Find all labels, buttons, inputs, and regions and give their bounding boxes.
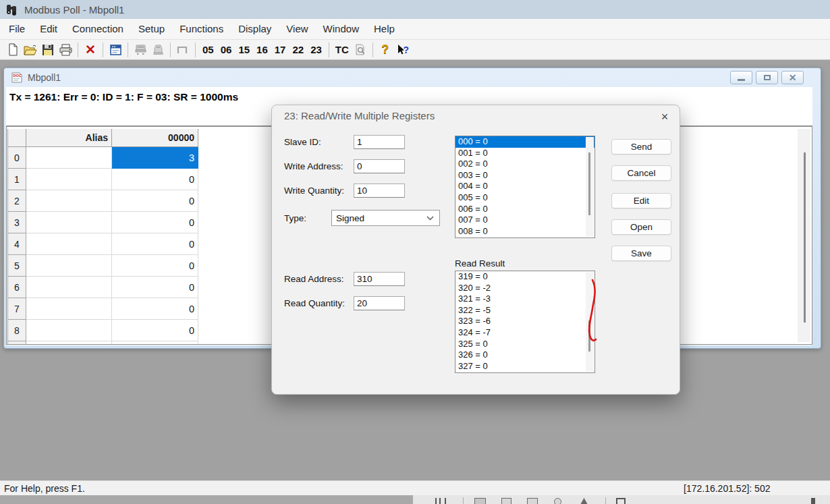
alias-cell-3[interactable]: [26, 212, 112, 233]
write-address-field[interactable]: 0: [354, 159, 405, 173]
list-item[interactable]: 003 = 0: [455, 170, 594, 181]
value-cell-0[interactable]: 3: [112, 147, 198, 169]
toolbar-fc-23[interactable]: 23: [307, 44, 325, 55]
slave-id-field[interactable]: 1: [354, 135, 405, 149]
toolbar-fc-06[interactable]: 06: [217, 44, 236, 55]
row-header-3[interactable]: 3: [7, 212, 26, 233]
list-item[interactable]: 004 = 0: [455, 181, 594, 192]
list-item[interactable]: 325 = 0: [455, 339, 594, 350]
list-item[interactable]: 008 = 0: [455, 226, 594, 237]
alias-cell-0[interactable]: [26, 147, 112, 169]
type-dropdown[interactable]: Signed: [331, 210, 440, 226]
read-quantity-field[interactable]: 20: [354, 296, 405, 310]
write-list-scrollbar-thumb[interactable]: [588, 152, 590, 215]
list-item[interactable]: 005 = 0: [455, 192, 594, 204]
value-cell-3[interactable]: 0: [112, 212, 198, 233]
menu-window[interactable]: Window: [316, 19, 366, 39]
read-address-field[interactable]: 310: [354, 272, 405, 286]
write-registers-list[interactable]: 000 = 0001 = 0002 = 0003 = 0004 = 0005 =…: [455, 136, 595, 238]
pulse-icon[interactable]: [174, 42, 192, 58]
write-quantity-field[interactable]: 10: [354, 184, 405, 198]
menu-functions[interactable]: Functions: [172, 19, 231, 39]
restore-button[interactable]: [756, 71, 778, 84]
read-write-once-icon[interactable]: [132, 42, 149, 58]
help-icon[interactable]: ?: [377, 42, 394, 58]
close-button[interactable]: ✕: [781, 71, 804, 84]
dialog-close-icon[interactable]: ×: [655, 109, 674, 125]
list-item[interactable]: 324 = -7: [455, 327, 594, 339]
toolbar-fc-22[interactable]: 22: [289, 44, 307, 55]
list-item[interactable]: 321 = -3: [455, 293, 594, 305]
list-item[interactable]: 320 = -2: [455, 283, 594, 294]
edit-button[interactable]: Edit: [611, 193, 671, 208]
toolbar-fc-15[interactable]: 15: [235, 44, 253, 55]
row-header-8[interactable]: 8: [7, 320, 26, 341]
open-button[interactable]: Open: [611, 219, 671, 235]
value-cell-6[interactable]: 0: [112, 277, 198, 298]
row-header-5[interactable]: 5: [7, 255, 26, 277]
grid-scrollbar-thumb[interactable]: [804, 152, 806, 323]
alias-cell-7[interactable]: [26, 298, 112, 320]
column-header-00000[interactable]: 00000: [112, 129, 198, 147]
row-header-6[interactable]: 6: [7, 277, 26, 298]
list-item[interactable]: 326 = 0: [455, 349, 594, 361]
communication-traffic-icon[interactable]: [149, 42, 167, 58]
read-list-scrollbar[interactable]: [586, 272, 594, 372]
list-item[interactable]: 001 = 0: [455, 148, 594, 159]
value-cell-5[interactable]: 0: [112, 255, 198, 277]
setup-window-icon[interactable]: [107, 42, 124, 58]
list-item[interactable]: 002 = 0: [455, 159, 594, 170]
value-cell-2[interactable]: 0: [112, 190, 198, 212]
read-result-list[interactable]: 319 = 0320 = -2321 = -3322 = -5323 = -63…: [455, 271, 595, 373]
value-cell-8[interactable]: 0: [112, 320, 198, 341]
menu-edit[interactable]: Edit: [32, 19, 65, 39]
menu-setup[interactable]: Setup: [131, 19, 172, 39]
list-item[interactable]: 000 = 0: [455, 136, 594, 148]
list-item[interactable]: 319 = 0: [455, 271, 594, 283]
send-button[interactable]: Send: [611, 139, 671, 155]
grid-vertical-scrollbar[interactable]: [798, 129, 810, 342]
context-help-icon[interactable]: ?: [394, 42, 412, 58]
display-log-icon[interactable]: [352, 42, 369, 58]
alias-cell-2[interactable]: [26, 190, 112, 212]
row-header-0[interactable]: 0: [7, 147, 26, 169]
list-item[interactable]: 007 = 0: [455, 215, 594, 226]
save-icon[interactable]: [39, 42, 57, 58]
toolbar-fc-17[interactable]: 17: [271, 44, 289, 55]
row-header-7[interactable]: 7: [7, 298, 26, 320]
alias-cell-4[interactable]: [26, 233, 112, 255]
toolbar-fc-16[interactable]: 16: [253, 44, 271, 55]
minimize-button[interactable]: [730, 71, 752, 84]
read-list-scrollbar-thumb[interactable]: [588, 320, 590, 352]
menu-file[interactable]: File: [1, 19, 32, 39]
disconnect-icon[interactable]: ✕: [82, 42, 99, 58]
save-button[interactable]: Save: [611, 246, 671, 261]
row-header-2[interactable]: 2: [7, 190, 26, 212]
toolbar-fc-05[interactable]: 05: [199, 44, 217, 55]
list-item[interactable]: 006 = 0: [455, 204, 594, 215]
menu-help[interactable]: Help: [366, 19, 402, 39]
write-list-scrollbar[interactable]: [586, 137, 594, 237]
cancel-button[interactable]: Cancel: [611, 165, 671, 181]
print-icon[interactable]: [57, 42, 74, 58]
alias-cell-1[interactable]: [26, 169, 112, 190]
alias-cell-5[interactable]: [26, 255, 112, 277]
mbpoll-titlebar[interactable]: DOC Mbpoll1 ✕: [4, 68, 821, 87]
row-header-1[interactable]: 1: [7, 169, 26, 190]
open-icon[interactable]: [22, 42, 39, 58]
alias-cell-8[interactable]: [26, 320, 112, 341]
menu-connection[interactable]: Connection: [65, 19, 131, 39]
alias-cell-6[interactable]: [26, 277, 112, 298]
column-header-row[interactable]: [7, 129, 26, 147]
value-cell-4[interactable]: 0: [112, 233, 198, 255]
value-cell-7[interactable]: 0: [112, 298, 198, 320]
list-item[interactable]: 323 = -6: [455, 316, 594, 327]
column-header-Alias[interactable]: Alias: [26, 129, 112, 147]
tc-button[interactable]: TC: [333, 44, 352, 55]
menu-display[interactable]: Display: [231, 19, 279, 39]
menu-view[interactable]: View: [279, 19, 315, 39]
value-cell-1[interactable]: 0: [112, 169, 198, 190]
list-item[interactable]: 322 = -5: [455, 305, 594, 316]
new-icon[interactable]: [4, 42, 22, 58]
row-header-4[interactable]: 4: [7, 233, 26, 255]
